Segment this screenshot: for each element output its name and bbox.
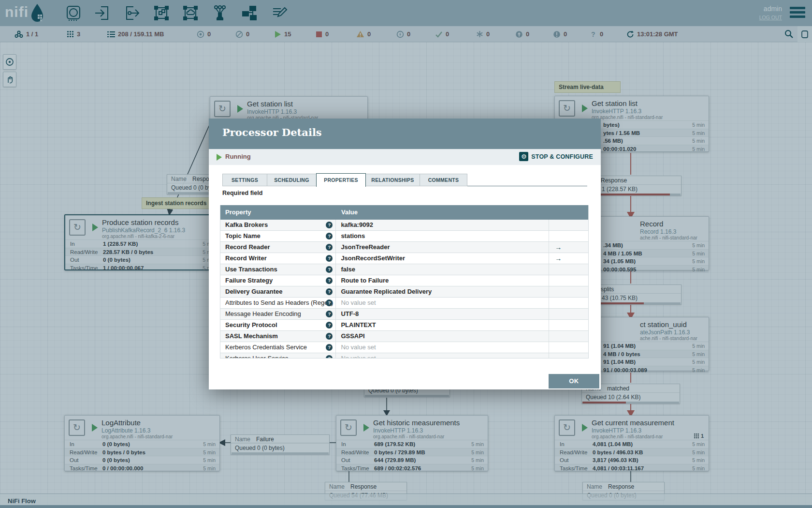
property-row[interactable]: Kerberos Credentials Service? No value s… (220, 342, 588, 353)
help-icon[interactable]: ? (326, 255, 333, 262)
help-icon[interactable]: ? (326, 288, 333, 295)
property-row[interactable]: Record Writer? JsonRecordSetWriter → (220, 253, 588, 264)
help-icon[interactable]: ? (326, 311, 333, 317)
go-to-service-icon[interactable]: → (555, 243, 562, 251)
ok-button[interactable]: OK (549, 374, 599, 388)
property-row[interactable]: Attributes to Send as Headers (Regex)? N… (220, 298, 588, 309)
help-icon[interactable]: ? (326, 222, 333, 228)
tab-properties[interactable]: PROPERTIES (316, 173, 366, 187)
nifi-app: nifi admin LOG OUT (0, 0, 812, 508)
dialog-title: Processor Details (222, 126, 322, 138)
help-icon[interactable]: ? (326, 277, 333, 284)
property-row[interactable]: SASL Mechanism? GSSAPI (220, 331, 588, 342)
tab-relationships[interactable]: RELATIONSHIPS (365, 174, 420, 186)
property-row[interactable]: Delivery Guarantee? Guarantee Replicated… (220, 286, 588, 298)
dialog-tabs: SETTINGS SCHEDULING PROPERTIES RELATIONS… (222, 173, 587, 186)
property-row[interactable]: Use Transactions? false (220, 264, 588, 275)
property-row[interactable]: Record Reader? JsonTreeReader → (220, 242, 588, 253)
help-icon[interactable]: ? (326, 244, 333, 251)
required-field-note: Required field (222, 190, 262, 196)
processor-details-dialog: Processor Details Running ⚙ STOP & CONFI… (209, 119, 601, 389)
property-row[interactable]: Topic Name? stations (220, 231, 588, 242)
property-row[interactable]: Message Header Encoding? UTF-8 (220, 309, 588, 320)
properties-table[interactable]: Property Value Kafka Brokers? kafka:9092… (220, 205, 589, 359)
run-state-text: Running (225, 153, 251, 160)
stop-configure-icon: ⚙ (519, 152, 528, 161)
tab-settings[interactable]: SETTINGS (222, 174, 267, 186)
help-icon[interactable]: ? (326, 266, 333, 273)
tab-comments[interactable]: COMMENTS (420, 174, 467, 186)
dialog-status-strip: Running ⚙ STOP & CONFIGURE (209, 149, 601, 165)
help-icon[interactable]: ? (326, 344, 333, 351)
go-to-service-icon[interactable]: → (555, 254, 562, 262)
property-row[interactable]: Kafka Brokers? kafka:9092 (220, 220, 588, 231)
help-icon[interactable]: ? (326, 233, 333, 239)
running-status-icon (217, 154, 222, 161)
help-icon[interactable]: ? (326, 355, 333, 359)
property-row[interactable]: Kerberos User Service? No value set (220, 353, 588, 359)
property-row[interactable]: Security Protocol? PLAINTEXT (220, 320, 588, 331)
stop-and-configure-button[interactable]: ⚙ STOP & CONFIGURE (519, 152, 593, 161)
help-icon[interactable]: ? (326, 322, 333, 329)
help-icon[interactable]: ? (326, 333, 333, 340)
dialog-header: Processor Details (209, 119, 601, 149)
property-row[interactable]: Failure Strategy? Route to Failure (220, 275, 588, 286)
table-header: Property Value (220, 205, 588, 220)
tab-scheduling[interactable]: SCHEDULING (267, 174, 317, 186)
